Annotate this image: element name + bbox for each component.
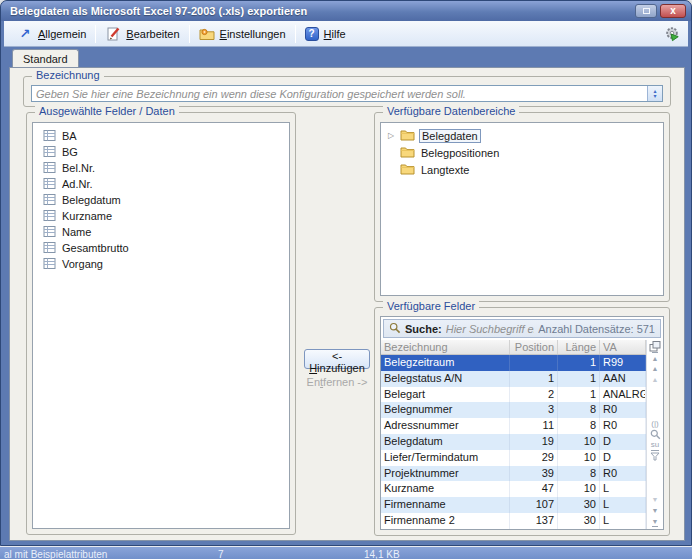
toolbar-button-einstellungen[interactable]: Einstellungen	[190, 23, 295, 45]
selected-field-label: Ad.Nr.	[62, 178, 93, 190]
selected-field-item[interactable]: Gesamtbrutto	[33, 240, 289, 256]
selected-field-item[interactable]: Kurzname	[33, 208, 289, 224]
tree-item-label: Belegdaten	[419, 129, 481, 143]
gear-run-icon	[664, 26, 680, 42]
cell-position: 47	[510, 481, 558, 497]
table-row[interactable]: Firmenname 2 137 30 L	[381, 513, 646, 529]
cell-va: R99	[600, 355, 646, 371]
close-button[interactable]: x	[660, 4, 686, 18]
filter-icon[interactable]	[650, 451, 660, 462]
tree-item[interactable]: ▷ Belegpositionen	[381, 144, 663, 161]
selected-field-item[interactable]: Name	[33, 224, 289, 240]
data-areas-group: Verfügbare Datenbereiche ▷ Belegdaten ▷ …	[374, 112, 670, 302]
header-position[interactable]: Position	[510, 340, 558, 354]
table-row[interactable]: Adressnummer 11 8 R0	[381, 418, 646, 434]
available-fields-group: Verfügbare Felder Suche: Anzahl Datensät…	[374, 307, 670, 536]
selected-field-item[interactable]: Vorgang	[33, 256, 289, 272]
cell-position: 29	[510, 450, 558, 466]
field-grid-icon	[43, 177, 56, 192]
header-bezeichnung[interactable]: Bezeichnung	[381, 340, 510, 354]
toolbar-button-allgemein[interactable]: ↗ Allgemein	[8, 23, 95, 45]
grid-side-toolbar: ▲ ▲ ▲ (|) su ▼ ▼ ▼	[647, 340, 663, 529]
tree-item[interactable]: ▷ Langtexte	[381, 161, 663, 178]
cell-va: L	[600, 497, 646, 513]
toolbar-button-bearbeiten[interactable]: Bearbeiten	[96, 23, 188, 45]
selected-field-label: Vorgang	[62, 258, 103, 270]
edit-icon	[105, 26, 121, 42]
field-grid-icon	[43, 225, 56, 240]
cell-position: 19	[510, 434, 558, 450]
cell-laenge: 10	[558, 434, 600, 450]
table-row[interactable]: Belegstatus A/N 1 1 AAN	[381, 371, 646, 387]
table-row[interactable]: Kurzname 47 10 L	[381, 481, 646, 497]
restore-button[interactable]	[635, 4, 657, 18]
search-input[interactable]	[446, 323, 535, 335]
page-down-icon[interactable]: ▼	[652, 494, 659, 505]
table-row[interactable]: Projektnummer 39 8 R0	[381, 466, 646, 482]
table-row[interactable]: Liefer/Termindatum 29 10 D	[381, 450, 646, 466]
field-grid-icon	[43, 161, 56, 176]
field-grid-icon	[43, 241, 56, 256]
add-button[interactable]: <- Hinzufügen	[304, 349, 370, 369]
move-first-icon[interactable]: ▲	[652, 352, 659, 363]
selected-field-label: Name	[62, 226, 91, 238]
table-row[interactable]: Belegzeitraum 1 R99	[381, 355, 646, 371]
selected-fields-list[interactable]: BA BG Bel.Nr. Ad.Nr. Belegdatum Kurzname…	[32, 122, 290, 529]
cell-va: R0	[600, 466, 646, 482]
table-row[interactable]: Belegdatum 19 10 D	[381, 434, 646, 450]
grid-rows: Belegzeitraum 1 R99 Belegstatus A/N 1 1 …	[381, 355, 646, 529]
header-va[interactable]: VA	[600, 340, 646, 354]
table-row[interactable]: Firmenname 107 30 L	[381, 497, 646, 513]
table-row[interactable]: Belegart 2 1 ANALRGI	[381, 387, 646, 403]
combobox-dropdown-icon[interactable]: ▴▾	[647, 86, 662, 101]
tab-standard[interactable]: Standard	[12, 49, 79, 68]
cell-va: R0	[600, 418, 646, 434]
cell-va: AAN	[600, 371, 646, 387]
bezeichnung-input[interactable]	[32, 86, 647, 101]
folder-icon	[400, 163, 415, 177]
selected-field-item[interactable]: BA	[33, 128, 289, 144]
selected-field-label: BG	[62, 146, 78, 158]
selected-field-item[interactable]: Bel.Nr.	[33, 160, 289, 176]
data-areas-tree[interactable]: ▷ Belegdaten ▷ Belegpositionen ▷ Langtex…	[380, 122, 664, 296]
grid-search-icon[interactable]	[650, 429, 661, 440]
cell-position: 137	[510, 513, 558, 529]
page-up-icon[interactable]: ▲	[652, 374, 659, 385]
search-icon	[389, 322, 401, 336]
selected-field-item[interactable]: Belegdatum	[33, 192, 289, 208]
field-grid-icon	[43, 209, 56, 224]
sum-icon[interactable]: su	[651, 440, 659, 451]
search-label: Suche:	[405, 323, 442, 335]
cell-bezeichnung: Kurzname	[381, 481, 510, 497]
tree-item-label: Langtexte	[419, 164, 471, 176]
cell-laenge: 10	[558, 481, 600, 497]
tree-item[interactable]: ▷ Belegdaten	[381, 127, 663, 144]
field-grid-icon	[43, 193, 56, 208]
field-grid-icon	[43, 129, 56, 144]
move-down-icon[interactable]: ▼	[652, 505, 659, 516]
cell-position	[510, 355, 558, 371]
move-up-icon[interactable]: ▲	[652, 363, 659, 374]
column-chooser-icon[interactable]	[649, 341, 661, 352]
fields-grid-wrap: Bezeichnung Position Länge VA Belegzeitr…	[381, 340, 663, 529]
titlebar[interactable]: Belegdaten als Microsoft Excel 97-2003 (…	[1, 1, 691, 21]
field-grid-icon	[43, 257, 56, 272]
move-last-icon[interactable]: ▼	[652, 516, 659, 527]
toolbar-button-hilfe[interactable]: ? Hilfe	[296, 23, 355, 45]
table-row[interactable]: Belegnummer 3 8 R0	[381, 402, 646, 418]
record-count: Anzahl Datensätze: 571	[538, 323, 655, 335]
cell-bezeichnung: Adressnummer	[381, 418, 510, 434]
selected-field-item[interactable]: Ad.Nr.	[33, 176, 289, 192]
run-export-button[interactable]	[660, 23, 684, 45]
background-row-count: 7	[218, 547, 224, 559]
available-fields-group-label: Verfügbare Felder	[383, 300, 479, 312]
arrow-ne-icon: ↗	[17, 26, 33, 42]
remove-button[interactable]: Entfernen ->	[298, 376, 376, 388]
background-grid-row: al mit Beispielattributen 7 14,1 KB	[0, 547, 692, 559]
selected-field-item[interactable]: BG	[33, 144, 289, 160]
expander-icon[interactable]: ▷	[386, 131, 396, 140]
header-laenge[interactable]: Länge	[558, 340, 600, 354]
match-brackets-icon[interactable]: (|)	[651, 418, 658, 429]
cell-va: D	[600, 450, 646, 466]
cell-bezeichnung: Liefer/Termindatum	[381, 450, 510, 466]
